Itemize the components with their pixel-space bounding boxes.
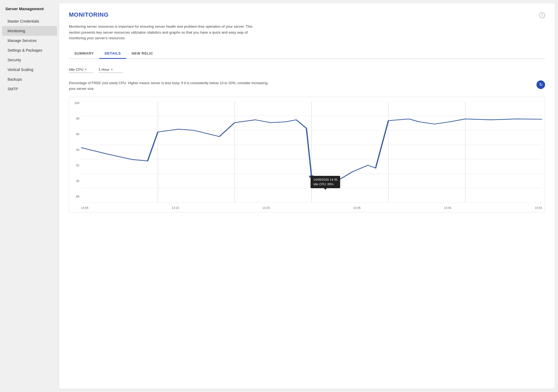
refresh-button[interactable]: ↻ [536, 80, 545, 89]
tab-new-relic[interactable]: NEW RELIC [126, 49, 158, 59]
tab-details[interactable]: DETAILS [99, 49, 126, 59]
timeframe-chevron-icon: ▾ [111, 68, 113, 71]
sidebar-item-master-credentials[interactable]: Master Credentials [2, 16, 57, 26]
sidebar-item-security[interactable]: Security [2, 55, 57, 65]
chart-wrap: 100 98 96 94 92 90 88 [72, 101, 542, 205]
x-label-1455: 14:55 [535, 206, 542, 209]
info-row: Percentage of FREE (not used) CPU. Highe… [69, 80, 545, 92]
tab-summary[interactable]: SUMMARY [69, 49, 99, 59]
y-label-88: 88 [72, 195, 79, 198]
help-icon[interactable]: ? [539, 12, 545, 18]
timeframe-dropdown[interactable]: 1 Hour ▾ [98, 66, 123, 73]
x-label-1415: 14:15 [172, 206, 179, 209]
x-label-1435: 14:35 [353, 206, 361, 209]
tabs-bar: SUMMARY DETAILS NEW RELIC [69, 49, 545, 59]
sidebar-item-backups[interactable]: Backups [2, 74, 57, 84]
timeframe-value: 1 Hour [98, 67, 110, 72]
sidebar-item-settings-packages[interactable]: Settings & Packages [2, 45, 57, 55]
x-label-1405: 14:05 [81, 206, 89, 209]
x-label-1425: 14:25 [263, 206, 270, 209]
page-title: MONITORING [69, 11, 109, 18]
sidebar-item-vertical-scaling[interactable]: Vertical Scaling [2, 65, 57, 74]
metric-chevron-icon: ▾ [85, 68, 87, 71]
sidebar-item-monitoring[interactable]: Monitoring [2, 26, 57, 36]
chart-container: 100 98 96 94 92 90 88 [69, 97, 545, 212]
chart-svg-wrap: 14/09/2020 14:35 Idle CPU: 89% [81, 101, 542, 205]
info-text: Percentage of FREE (not used) CPU. Highe… [69, 80, 268, 92]
filters-row: Idle CPU ▾ 1 Hour ▾ [69, 66, 545, 73]
y-label-94: 94 [72, 148, 79, 151]
page-header: MONITORING ? [69, 11, 545, 18]
sidebar-title: Server Management [0, 6, 59, 16]
y-axis: 100 98 96 94 92 90 88 [72, 101, 81, 205]
page-description: Monitoring server resources is important… [69, 24, 257, 41]
line-chart-svg [81, 101, 542, 204]
main-content: MONITORING ? Monitoring server resources… [59, 3, 555, 389]
metric-dropdown[interactable]: Idle CPU ▾ [69, 66, 93, 73]
sidebar-item-manage-services[interactable]: Manage Services [2, 36, 57, 45]
x-label-1445: 14:45 [444, 206, 451, 209]
y-label-100: 100 [72, 101, 79, 105]
x-axis: 14:05 14:15 14:25 14:35 14:45 14:55 [81, 205, 542, 209]
y-label-96: 96 [72, 133, 79, 136]
refresh-icon: ↻ [539, 82, 543, 87]
y-label-90: 90 [72, 179, 79, 183]
y-label-98: 98 [72, 117, 79, 120]
sidebar-item-smtp[interactable]: SMTP [2, 84, 57, 94]
metric-value: Idle CPU [69, 67, 83, 72]
tooltip-dot [309, 175, 314, 178]
sidebar: Server Management Master Credentials Mon… [0, 0, 59, 392]
y-label-92: 92 [72, 164, 79, 167]
